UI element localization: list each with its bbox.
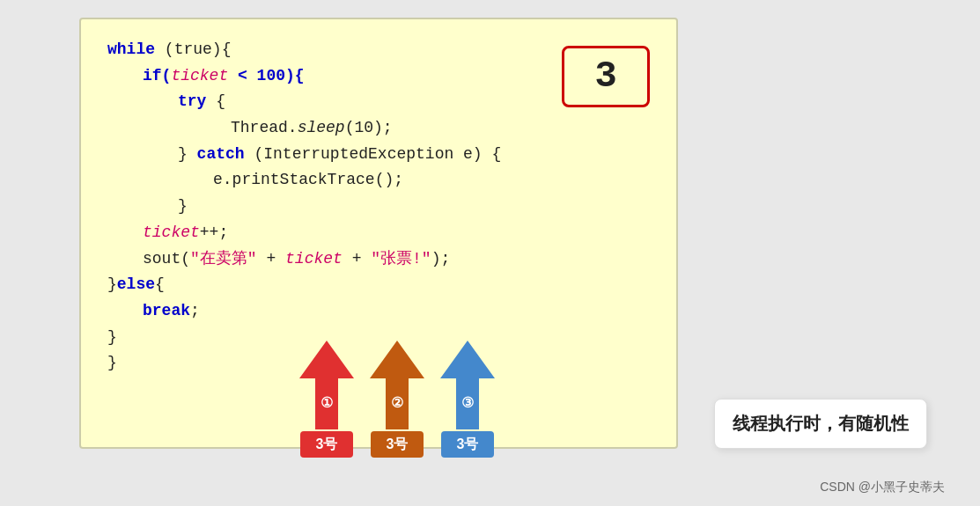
code-text: {	[206, 92, 225, 110]
code-line-8: ticket++;	[107, 220, 650, 246]
arrow-svg-3: ③	[440, 339, 495, 431]
code-text: Thread.sleep(10);	[231, 119, 393, 136]
code-text: );	[431, 250, 451, 268]
code-line-7: }	[107, 194, 650, 220]
code-text: (true){	[165, 40, 232, 58]
code-line-11: break;	[107, 298, 650, 325]
code-text: {	[155, 275, 165, 293]
code-text: sout(	[143, 250, 190, 268]
arrow-item-2: ② 3号	[370, 339, 424, 458]
badge-number: 3	[594, 55, 616, 98]
code-text: +	[343, 250, 371, 268]
var-ticket-1: ticket	[171, 67, 228, 84]
arrow-item-1: ① 3号	[299, 339, 354, 458]
csdn-label: CSDN @小黑子史蒂夫	[820, 480, 945, 495]
keyword-break: break	[143, 302, 190, 319]
arrow-svg-1: ①	[299, 339, 354, 431]
code-line-5: } catch (InterruptedException e) {	[107, 142, 650, 168]
arrows-container: ① 3号 ② 3号 ③ 3号	[299, 339, 495, 458]
code-text: }	[178, 197, 188, 215]
svg-text:①: ①	[321, 395, 333, 410]
svg-marker-4	[440, 341, 495, 429]
code-text: ++;	[200, 224, 228, 241]
arrow-item-3: ③ 3号	[440, 339, 495, 458]
arrow-svg-2: ②	[370, 339, 424, 431]
var-ticket-2: ticket	[143, 224, 200, 241]
keyword-if: if(	[143, 67, 171, 84]
keyword-else: else	[117, 275, 155, 293]
tooltip-box: 线程执行时，有随机性	[714, 399, 927, 449]
keyword-try: try	[178, 92, 206, 110]
code-line-10: }else{	[107, 272, 650, 298]
code-text: }	[107, 328, 117, 346]
keyword-while: while	[107, 40, 155, 58]
code-line-4: Thread.sleep(10);	[107, 115, 650, 142]
code-text: +	[257, 250, 285, 268]
var-ticket-3: ticket	[285, 250, 343, 268]
code-text: }	[107, 354, 117, 371]
code-text: (InterruptedException e) {	[245, 145, 502, 163]
keyword-catch: catch	[197, 145, 245, 163]
code-text: }	[107, 275, 117, 293]
svg-marker-2	[370, 341, 424, 429]
code-line-6: e.printStackTrace();	[107, 167, 650, 194]
tooltip-text: 线程执行时，有随机性	[733, 414, 909, 433]
code-text: < 100){	[228, 67, 304, 84]
number-badge: 3	[562, 46, 650, 107]
string-2: "张票!"	[371, 250, 431, 268]
arrow-label-3: 3号	[441, 431, 494, 458]
code-text: ;	[190, 302, 200, 319]
code-text: e.printStackTrace();	[213, 171, 403, 188]
string-1: "在卖第"	[190, 250, 257, 268]
arrow-label-2: 3号	[371, 431, 424, 458]
svg-marker-0	[299, 341, 354, 429]
code-line-9: sout("在卖第" + ticket + "张票!");	[107, 246, 650, 273]
code-text: }	[178, 145, 197, 163]
svg-text:③: ③	[461, 395, 474, 410]
arrow-label-1: 3号	[300, 431, 353, 458]
svg-text:②: ②	[391, 395, 403, 410]
